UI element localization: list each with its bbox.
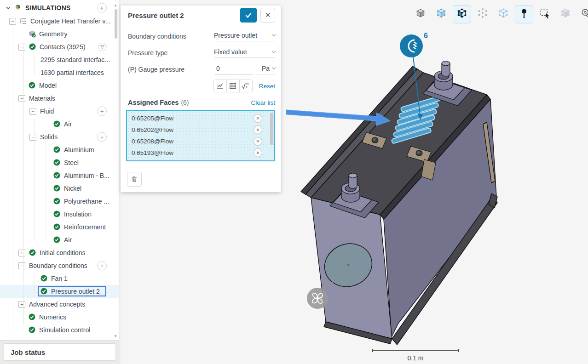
expander-minus[interactable]: − xyxy=(29,134,36,141)
add-button[interactable]: + xyxy=(97,261,107,271)
tree-item-conjugate-heat-transfer-v[interactable]: −Conjugate Heat Transfer v... xyxy=(0,15,119,28)
fan-badge[interactable] xyxy=(307,288,328,309)
expander-plus[interactable]: + xyxy=(18,301,25,308)
measure-tape-icon xyxy=(581,8,588,21)
expander-plus[interactable]: + xyxy=(18,250,25,256)
tree-item-polyurethane[interactable]: Polyurethane ... xyxy=(0,195,119,208)
scroll-down-arrow[interactable]: ▼ xyxy=(114,335,117,338)
field-label-boundary-conditions: Boundary conditions xyxy=(128,33,214,40)
tree-item-label: Steel xyxy=(64,159,79,166)
gauge-pressure-input[interactable] xyxy=(215,65,253,74)
svg-text:x: x xyxy=(245,85,248,89)
tree-item-simulation-control[interactable]: Simulation control xyxy=(0,324,119,336)
unit-select[interactable]: Pa xyxy=(257,65,275,74)
vertex-select-button[interactable] xyxy=(473,5,492,23)
assigned-face-row[interactable]: 0:65193@Flow ✕ xyxy=(127,147,274,158)
chart-input-button[interactable] xyxy=(213,80,227,92)
tree-item-2295-standard-interfac[interactable]: 2295 standard interfac... xyxy=(0,53,119,66)
face-name: 0:65202@Flow xyxy=(132,126,254,133)
tree-item-pressure-outlet-2[interactable]: Pressure outlet 2 xyxy=(0,285,119,298)
panel-header: Pressure outlet 2 ✕ xyxy=(121,6,281,25)
face-select-cube-button[interactable] xyxy=(453,5,471,23)
box-select-button[interactable] xyxy=(536,5,554,23)
pressure-type-select[interactable]: Fixed value xyxy=(214,48,275,58)
edge-select-cube-button[interactable] xyxy=(494,5,513,23)
tree-header-label: SIMULATIONS xyxy=(25,4,71,11)
tree-item-solids[interactable]: −Solids+ xyxy=(0,131,119,143)
remove-face-icon[interactable]: ✕ xyxy=(254,137,262,146)
shaded-cube-button[interactable] xyxy=(432,5,450,23)
chevron-down-icon xyxy=(272,33,276,36)
shaded-cube-icon xyxy=(436,8,447,21)
tree-item-label: Fluid xyxy=(40,108,54,115)
add-button[interactable]: + xyxy=(97,107,107,116)
formula-input-button[interactable]: x xyxy=(239,80,253,92)
scale-bar xyxy=(373,349,459,352)
assigned-face-row[interactable]: 0:65208@Flow ✕ xyxy=(127,136,274,147)
tree-item-reinforcement[interactable]: Reinforcement xyxy=(0,221,119,233)
tree-item-label: Simulation control xyxy=(39,326,90,334)
tree-item-materials[interactable]: −Materials xyxy=(0,92,119,105)
tree-item-air[interactable]: Air xyxy=(0,118,119,131)
assigned-face-row[interactable]: 0:65205@Flow ✕ xyxy=(127,113,274,124)
table-input-button[interactable] xyxy=(226,80,240,92)
job-status-bar[interactable]: Job status xyxy=(4,343,116,361)
expander-minus[interactable]: − xyxy=(29,108,36,115)
tree-item-aluminium[interactable]: Aluminium xyxy=(0,143,119,156)
tree-item-1630-partial-interfaces[interactable]: 1630 partial interfaces xyxy=(0,66,119,79)
tree-item-fan-1[interactable]: Fan 1 xyxy=(0,272,119,285)
expander-minus[interactable]: − xyxy=(18,44,25,51)
reset-link[interactable]: Reset xyxy=(259,83,275,90)
tree-item-aluminium-b[interactable]: Aluminium - B... xyxy=(0,169,119,182)
scroll-up-arrow[interactable]: ▲ xyxy=(114,4,117,7)
add-button[interactable]: + xyxy=(97,132,107,142)
remove-face-icon[interactable]: ✕ xyxy=(254,114,262,123)
probe-pin-button[interactable] xyxy=(515,5,533,23)
tree-item-label: 1630 partial interfaces xyxy=(40,69,104,76)
tree-item-boundary-conditions[interactable]: −Boundary conditions+ xyxy=(0,259,119,272)
tree-item-nickel[interactable]: Nickel xyxy=(0,182,119,195)
assigned-face-row[interactable]: 0:65202@Flow ✕ xyxy=(127,124,274,135)
expander-minus[interactable]: − xyxy=(18,95,25,102)
tree-item-air[interactable]: Air xyxy=(0,233,119,246)
check-icon xyxy=(53,159,61,166)
expander-minus[interactable]: − xyxy=(18,262,25,269)
check-icon xyxy=(53,236,61,244)
measure-tape-button[interactable] xyxy=(577,5,588,23)
boundary-conditions-select[interactable]: Pressure outlet xyxy=(214,32,275,41)
check-icon xyxy=(29,82,36,89)
pressure-outlet-panel: Pressure outlet 2 ✕ Boundary conditions … xyxy=(121,6,281,192)
tree-item-insulation[interactable]: Insulation xyxy=(0,208,119,221)
expander-minus[interactable]: − xyxy=(9,18,16,25)
solid-cube-button[interactable] xyxy=(411,5,430,23)
face-name: 0:65193@Flow xyxy=(132,149,254,156)
tree-item-geometry[interactable]: Geometry xyxy=(0,28,119,40)
faces-scrollbar[interactable] xyxy=(270,113,273,145)
tree-item-initial-conditions[interactable]: +Initial conditions xyxy=(0,246,119,259)
tree-item-fluid[interactable]: −Fluid+ xyxy=(0,105,119,118)
tree-item-label: Geometry xyxy=(39,30,67,38)
tree-item-advanced-concepts[interactable]: +Advanced concepts xyxy=(0,298,119,311)
delete-button[interactable] xyxy=(127,172,142,187)
filter-icon[interactable] xyxy=(98,43,107,51)
assigned-faces-box[interactable]: 0:65205@Flow ✕0:65202@Flow ✕0:65208@Flow… xyxy=(126,110,275,161)
pressure-outlet-badge[interactable] xyxy=(400,34,423,57)
simulation-tree[interactable]: SIMULATIONS + −Conjugate Heat Transfer v… xyxy=(0,0,119,340)
tree-item-label: Fan 1 xyxy=(51,275,68,282)
tree-item-label: Air xyxy=(64,236,72,244)
tree-item-steel[interactable]: Steel xyxy=(0,156,119,169)
remove-face-icon[interactable]: ✕ xyxy=(254,125,262,134)
tree-item-label: Advanced concepts xyxy=(29,301,85,308)
clear-list-link[interactable]: Clear list xyxy=(251,99,275,106)
tree-header-simulations[interactable]: SIMULATIONS + xyxy=(0,1,119,15)
chevron-down-icon[interactable] xyxy=(6,5,11,11)
hidden-cube-button[interactable] xyxy=(556,5,575,23)
tree-item-contacts-3925[interactable]: −Contacts (3925) xyxy=(0,40,119,53)
tree-scrollbar[interactable] xyxy=(115,9,117,39)
add-simulation-button[interactable]: + xyxy=(97,3,107,13)
tree-item-numerics[interactable]: Numerics xyxy=(0,311,119,324)
remove-face-icon[interactable]: ✕ xyxy=(254,148,262,157)
apply-button[interactable] xyxy=(240,8,257,23)
close-icon[interactable]: ✕ xyxy=(260,8,275,23)
tree-item-model[interactable]: Model xyxy=(0,79,119,92)
